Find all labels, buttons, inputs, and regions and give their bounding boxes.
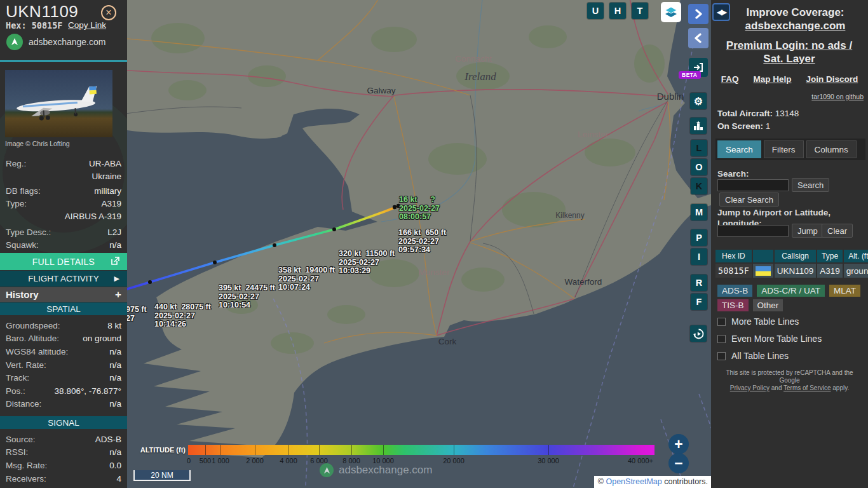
map-button-t[interactable]: T (632, 3, 648, 19)
filter-other[interactable]: Other (753, 299, 783, 311)
layers-icon (663, 4, 679, 20)
col-alt[interactable]: Alt. (ft) (844, 250, 868, 262)
map-button-h[interactable]: H (609, 3, 626, 19)
tar1090-github-link[interactable]: tar1090 on github (811, 93, 864, 100)
map-attribution: © OpenStreetMap contributors. (594, 476, 711, 488)
history-section-header[interactable]: History + (0, 287, 127, 302)
altitude-legend-title: ALTITUDE (ft) (127, 446, 186, 454)
panel-collapse-left-button[interactable] (688, 28, 709, 48)
track-label-clipped-2: 27 (127, 314, 135, 323)
photo-credit: Image © Chris Lofting (5, 140, 70, 147)
settings-button[interactable]: ⚙ (690, 93, 707, 109)
cell-callsign[interactable]: UKN1109 (775, 264, 817, 278)
plus-icon: + (115, 288, 121, 301)
aircraft-photo[interactable] (5, 70, 112, 137)
map-help-link[interactable]: Map Help (753, 74, 791, 84)
filter-adsb[interactable]: ADS-B (717, 285, 752, 297)
map-button-r[interactable]: R (691, 274, 707, 291)
copy-link[interactable]: Copy Link (68, 20, 106, 30)
cell-alt[interactable]: ground (844, 264, 868, 278)
brand-text: adsbexchange.com (29, 37, 105, 47)
tab-columns[interactable]: Columns (806, 140, 857, 158)
signal-msg-rate: Msg. Rate:0.0 (0, 459, 127, 472)
search-input[interactable] (717, 179, 789, 191)
close-panel-button[interactable]: × (101, 5, 116, 20)
external-link-icon (111, 257, 119, 265)
signal-section-header: SIGNAL (0, 416, 127, 429)
legend-tick: 40 000+ (628, 457, 653, 464)
cell-flag[interactable] (753, 264, 773, 278)
jump-button[interactable]: Jump (792, 224, 824, 238)
panel-tabs: Search Filters Columns (715, 139, 865, 160)
aircraft-table-row[interactable]: 50815F UKN1109 A319 ground (715, 264, 868, 278)
openstreetmap-link[interactable]: OpenStreetMap (606, 477, 661, 486)
col-type[interactable]: Type (817, 250, 843, 262)
map-button-l[interactable]: L (691, 140, 707, 156)
map-button-m[interactable]: M (691, 204, 707, 220)
jump-clear-button[interactable]: Clear (822, 224, 853, 238)
jump-input[interactable] (717, 225, 789, 237)
checkbox-icon[interactable] (717, 335, 726, 343)
spatial-section-header: SPATIAL (0, 302, 127, 315)
on-screen-label: On Screen: (717, 121, 763, 131)
map-button-i[interactable]: I (691, 248, 707, 265)
map-button-k[interactable]: K (691, 178, 707, 194)
checkbox-icon[interactable] (717, 352, 726, 360)
filter-tisb[interactable]: TIS-B (717, 299, 749, 311)
signal-rssi: RSSI:n/a (0, 446, 127, 459)
col-hex[interactable]: Hex ID (715, 250, 752, 262)
zoom-in-button[interactable]: + (668, 434, 689, 454)
map[interactable]: Connacht Ireland Galway Dublin Leinster … (127, 0, 711, 488)
search-button[interactable]: Search (792, 178, 829, 192)
map-button-u[interactable]: U (587, 3, 604, 19)
on-screen-count: On Screen: 1 (717, 121, 770, 131)
more-table-lines-option[interactable]: More Table Lines (717, 316, 799, 327)
faq-link[interactable]: FAQ (721, 74, 739, 84)
cell-hex[interactable]: 50815F (715, 264, 752, 278)
legend-tick: 6 000 (310, 457, 328, 464)
adsbexchange-link[interactable]: adsbexchange.com (745, 20, 846, 32)
improve-coverage-title: Improve Coverage: (747, 6, 844, 18)
all-table-lines-option[interactable]: All Table Lines (717, 351, 789, 361)
join-discord-link[interactable]: Join Discord (806, 74, 858, 84)
cell-type[interactable]: A319 (817, 264, 843, 278)
filter-adsc-uat[interactable]: ADS-C/R / UAT (757, 285, 825, 297)
filter-mlat[interactable]: MLAT (829, 285, 860, 297)
checkbox-label: All Table Lines (731, 351, 789, 361)
leaderboard-button[interactable] (690, 118, 707, 134)
even-more-table-lines-option[interactable]: Even More Table Lines (717, 334, 822, 344)
aircraft-photo-art (5, 70, 112, 137)
col-callsign[interactable]: Callsign (775, 250, 817, 262)
map-button-f[interactable]: F (691, 294, 707, 310)
info-row-dbflags: DB flags:military (0, 184, 127, 197)
layer-switcher-button[interactable] (661, 2, 681, 22)
source-filter-row-2: TIS-B Other (717, 299, 783, 311)
aircraft-table-header[interactable]: Hex ID Callsign Type Alt. (ft) Spd. (715, 250, 868, 262)
signal-source: Source:ADS-B (0, 433, 127, 446)
aircraft-info-list: Reg.:UR-ABA Ukraine DB flags:military Ty… (0, 157, 127, 251)
site-control-panel: ◀▶ Improve Coverage: adsbexchange.com Pr… (711, 0, 868, 488)
tab-search[interactable]: Search (717, 140, 761, 158)
col-flag[interactable] (753, 250, 773, 262)
legend-tick: 8 000 (342, 457, 360, 464)
flight-activity-button[interactable]: FLIGHT ACTIVITY ▶ (0, 271, 127, 287)
replay-button[interactable] (690, 325, 707, 342)
brand-row[interactable]: adsbexchange.com (6, 34, 105, 50)
info-row-typedesc: Type Desc.:L2J (0, 226, 127, 238)
zoom-out-button[interactable]: − (668, 453, 689, 473)
panel-expand-right-button[interactable] (688, 4, 709, 24)
premium-login-link[interactable]: Premium Login: no ads / Sat. Layer (726, 39, 852, 65)
chevron-right-icon (693, 9, 703, 19)
checkbox-icon[interactable] (717, 318, 726, 326)
map-button-o[interactable]: O (691, 159, 707, 175)
podium-star-icon (693, 121, 703, 131)
spatial-wgs84: WGS84 altitude:n/a (0, 345, 127, 358)
map-button-p[interactable]: P (691, 229, 707, 246)
terms-of-service-link[interactable]: Terms of Service (783, 384, 831, 391)
privacy-policy-link[interactable]: Privacy Policy (730, 384, 770, 391)
full-details-button[interactable]: FULL DETAILS (0, 253, 127, 270)
spatial-pos: Pos.:38.806°, -76.877° (0, 384, 127, 398)
tab-filters[interactable]: Filters (764, 140, 804, 158)
recaptcha-notice: This site is protected by reCAPTCHA and … (715, 369, 864, 392)
clear-search-button[interactable]: Clear Search (719, 193, 779, 207)
